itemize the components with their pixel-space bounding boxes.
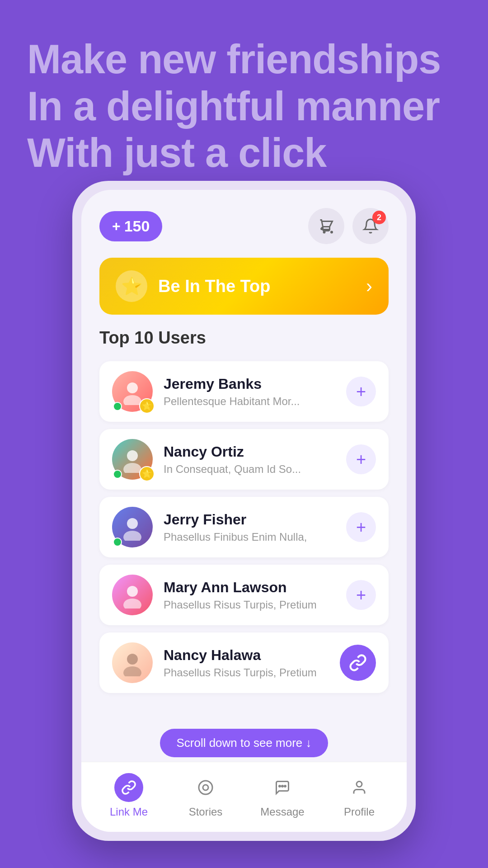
- svg-point-14: [279, 786, 281, 787]
- link-button[interactable]: [340, 645, 376, 681]
- user-name: Jeremy Banks: [164, 376, 335, 392]
- avatar: ⭐: [112, 439, 153, 480]
- hero-line2: In a delightful manner: [27, 83, 461, 130]
- nav-item-stories[interactable]: Stories: [178, 773, 233, 818]
- nav-item-message[interactable]: Message: [255, 773, 310, 818]
- svg-point-6: [127, 518, 138, 529]
- user-desc: Phasellus Risus Turpis, Pretium: [164, 666, 329, 679]
- user-desc: Phasellus Finibus Enim Nulla,: [164, 531, 335, 543]
- user-desc: Pellentesque Habitant Mor...: [164, 395, 335, 408]
- nav-item-profile[interactable]: Profile: [332, 773, 386, 818]
- link-me-icon: [114, 773, 143, 802]
- hero-line1: Make new friendships: [27, 36, 461, 83]
- add-friend-button[interactable]: +: [346, 377, 376, 406]
- user-desc: In Consequat, Quam Id So...: [164, 463, 335, 476]
- svg-point-9: [123, 599, 141, 609]
- rank-badge: ⭐: [139, 466, 155, 481]
- svg-point-1: [331, 231, 333, 233]
- points-value: 150: [124, 217, 150, 235]
- svg-point-4: [127, 450, 138, 461]
- list-item: ⭐ Nancy Ortiz In Consequat, Quam Id So..…: [99, 429, 389, 490]
- star-icon: ⭐: [116, 270, 147, 302]
- avatar: [112, 507, 153, 547]
- avatar-image: [112, 575, 153, 615]
- hero-line3: With just a click: [27, 130, 461, 177]
- nav-label-message: Message: [260, 806, 304, 818]
- nav-label-link-me: Link Me: [110, 806, 148, 818]
- svg-point-2: [127, 382, 138, 393]
- banner-left: ⭐ Be In The Top: [116, 270, 270, 302]
- header-icons: 2: [308, 208, 389, 244]
- user-info: Jerry Fisher Phasellus Finibus Enim Null…: [164, 511, 335, 543]
- hero-section: Make new friendships In a delightful man…: [27, 36, 461, 177]
- svg-point-8: [127, 586, 138, 597]
- online-indicator: [113, 402, 122, 411]
- list-item: ⭐ Jeremy Banks Pellentesque Habitant Mor…: [99, 361, 389, 422]
- avatar: [112, 642, 153, 683]
- online-indicator: [113, 470, 122, 479]
- list-item: Nancy Halawa Phasellus Risus Turpis, Pre…: [99, 632, 389, 693]
- profile-icon: [345, 773, 374, 802]
- phone-screen: + 150 2: [81, 190, 407, 832]
- svg-point-15: [282, 786, 283, 787]
- user-name: Nancy Halawa: [164, 647, 329, 664]
- stories-icon: [191, 773, 220, 802]
- user-name: Jerry Fisher: [164, 511, 335, 528]
- user-name: Mary Ann Lawson: [164, 579, 335, 596]
- svg-point-7: [123, 531, 141, 541]
- notification-count: 2: [372, 211, 386, 224]
- rank-badge: ⭐: [139, 398, 155, 414]
- svg-point-5: [123, 463, 141, 473]
- svg-point-10: [127, 654, 138, 665]
- svg-point-17: [357, 782, 362, 787]
- add-friend-button[interactable]: +: [346, 580, 376, 610]
- user-name: Nancy Ortiz: [164, 443, 335, 460]
- bottom-nav: Link Me Stories: [81, 762, 407, 832]
- avatar-image: [112, 642, 153, 683]
- be-in-top-banner[interactable]: ⭐ Be In The Top ›: [99, 258, 389, 315]
- add-friend-button[interactable]: +: [346, 444, 376, 474]
- banner-label: Be In The Top: [158, 277, 270, 296]
- nav-item-link-me[interactable]: Link Me: [102, 773, 156, 818]
- app-content: + 150 2: [81, 190, 407, 762]
- scroll-down-button[interactable]: Scroll down to see more ↓: [160, 729, 328, 757]
- svg-point-12: [199, 781, 212, 794]
- svg-point-16: [285, 786, 286, 787]
- svg-point-0: [324, 231, 325, 233]
- scroll-hint-area: Scroll down to see more ↓: [99, 729, 389, 762]
- section-title: Top 10 Users: [99, 328, 389, 348]
- list-item: Jerry Fisher Phasellus Finibus Enim Null…: [99, 497, 389, 557]
- user-info: Nancy Ortiz In Consequat, Quam Id So...: [164, 443, 335, 476]
- app-header: + 150 2: [99, 208, 389, 244]
- banner-arrow-icon: ›: [366, 275, 372, 297]
- notification-button[interactable]: 2: [352, 208, 389, 244]
- user-info: Jeremy Banks Pellentesque Habitant Mor..…: [164, 376, 335, 408]
- plus-icon: +: [112, 218, 121, 235]
- nav-label-stories: Stories: [189, 806, 223, 818]
- nav-label-profile: Profile: [344, 806, 375, 818]
- message-icon: [268, 773, 297, 802]
- avatar: ⭐: [112, 371, 153, 412]
- store-button[interactable]: [308, 208, 344, 244]
- online-indicator: [113, 538, 122, 547]
- svg-point-11: [123, 666, 141, 676]
- avatar: [112, 575, 153, 615]
- user-list: ⭐ Jeremy Banks Pellentesque Habitant Mor…: [99, 361, 389, 712]
- svg-point-3: [123, 395, 141, 405]
- phone-frame: + 150 2: [72, 181, 416, 841]
- add-friend-button[interactable]: +: [346, 512, 376, 542]
- user-desc: Phasellus Risus Turpis, Pretium: [164, 599, 335, 611]
- user-info: Nancy Halawa Phasellus Risus Turpis, Pre…: [164, 647, 329, 679]
- points-badge[interactable]: + 150: [99, 211, 162, 241]
- list-item: Mary Ann Lawson Phasellus Risus Turpis, …: [99, 565, 389, 625]
- user-info: Mary Ann Lawson Phasellus Risus Turpis, …: [164, 579, 335, 611]
- svg-point-13: [203, 785, 208, 790]
